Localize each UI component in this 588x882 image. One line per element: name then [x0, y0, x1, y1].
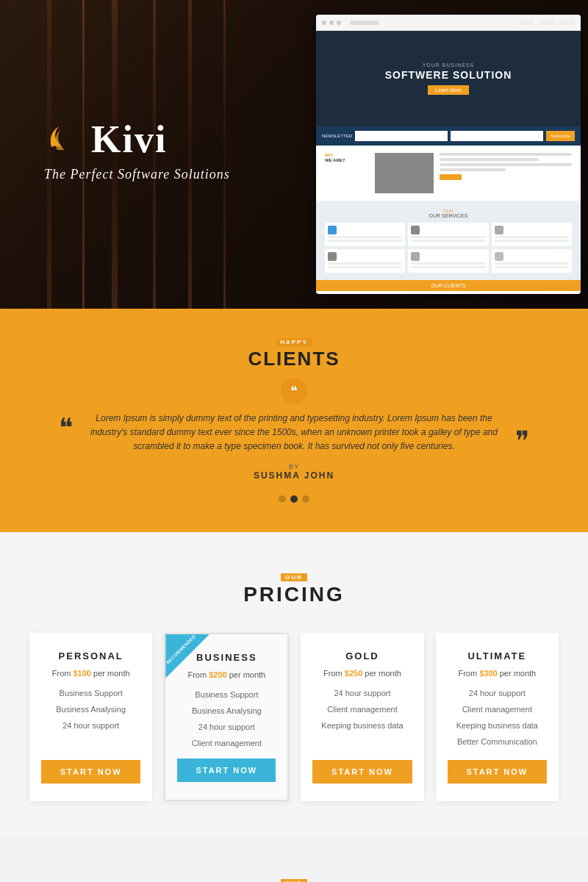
mockup-services-title: OUR OUR SERVICES — [325, 208, 572, 218]
mockup-services-section: OUR OUR SERVICES — [316, 201, 581, 280]
pricing-badge: OUR — [281, 573, 307, 581]
brand-logo: Kivi — [44, 118, 230, 161]
features-gold: 24 hour support Client management Keepin… — [312, 685, 412, 734]
mockup-services-grid — [325, 223, 572, 273]
nav-dot-2 — [329, 21, 334, 25]
brand-tagline: The Perfect Software Solutions — [44, 167, 230, 182]
mockup-hero-button[interactable]: Learn More — [428, 85, 469, 95]
feature-item: Client management — [312, 701, 412, 717]
mockup-hero-title: SOFTWERE SOLUTION — [385, 69, 512, 81]
mockup-nav — [316, 15, 581, 31]
team-badge: OUR — [281, 879, 307, 882]
plan-name-personal: PERSONAL — [41, 650, 140, 662]
brand-logo-icon — [44, 119, 88, 159]
price-business: From $200 per month — [177, 670, 276, 679]
pricing-section: OUR PRICING PERSONAL From $100 per month… — [0, 532, 588, 838]
author-name: SUSHMA JOHN — [59, 470, 529, 481]
mockup-subtitle: YOUR BUSINESS — [423, 62, 475, 68]
feature-item: Business Support — [41, 685, 140, 701]
testimonial-text: Lorem Ipsum is simply dummy text of the … — [80, 412, 508, 454]
mockup-service-5 — [408, 249, 488, 273]
plan-name-business: BUSINESS — [177, 652, 276, 663]
pricing-card-personal: PERSONAL From $100 per month Business Su… — [29, 633, 152, 801]
pricing-card-ultimate: ULTIMATE From $300 per month 24 hour sup… — [436, 633, 559, 801]
plan-name-gold: GOLD — [312, 650, 412, 662]
testimonial-area: ❝ Lorem Ipsum is simply dummy text of th… — [59, 412, 529, 454]
feature-item: Keeping business data — [448, 717, 547, 734]
mockup-service-3 — [492, 223, 572, 246]
nav-dot-1 — [322, 21, 326, 25]
feature-item: Keeping business data — [312, 717, 412, 734]
mockup-newsletter-label: NEWSLETTER — [322, 131, 352, 141]
start-now-button-personal[interactable]: START NOW — [41, 760, 140, 784]
feature-item: 24 hour support — [448, 685, 547, 701]
mockup-clients-bar: OUR CLIENTS — [316, 280, 581, 291]
nav-dot-3[interactable] — [302, 495, 309, 503]
start-now-button-gold[interactable]: START NOW — [312, 760, 412, 784]
feature-item: Business Support — [177, 686, 276, 703]
clients-title: CLIENTS — [248, 348, 340, 370]
price-gold: From $250 per month — [312, 669, 412, 678]
mockup-who-section: WHY WE ARE? — [316, 146, 581, 201]
features-business: Business Support Business Analysing 24 h… — [177, 686, 276, 751]
pricing-title: PRICING — [29, 583, 559, 606]
mockup-window: YOUR BUSINESS SOFTWERE SOLUTION Learn Mo… — [316, 15, 581, 294]
pricing-card-business: RECOMMENDED BUSINESS From $200 per month… — [164, 633, 289, 801]
mockup-service-2 — [408, 223, 488, 246]
feature-item: Client management — [448, 701, 547, 717]
mockup-who-image — [375, 153, 434, 193]
team-section: OUR TEAM — [0, 838, 588, 882]
price-personal: From $100 per month — [41, 669, 140, 678]
feature-item: 24 hour support — [312, 685, 412, 701]
quote-left-icon: ❝ — [59, 415, 73, 441]
testimonial-nav-dots — [59, 495, 529, 503]
feature-item: Business Analysing — [177, 703, 276, 719]
brand-name-text: Kivi — [91, 118, 167, 161]
clients-section: HAPPY CLIENTS ❝ ❝ Lorem Ipsum is simply … — [0, 309, 588, 532]
mockup-service-1 — [325, 223, 405, 246]
mockup-newsletter-btn[interactable]: Subscribe — [546, 131, 575, 141]
mockup-service-4 — [325, 249, 405, 273]
price-amount-personal: $100 — [73, 669, 90, 678]
nav-dot-3 — [337, 21, 341, 25]
feature-item: Business Analysing — [41, 701, 140, 717]
mockup-newsletter-input[interactable] — [355, 131, 448, 141]
mockup-newsletter-input-2[interactable] — [451, 131, 543, 141]
feature-item: Better Communication — [448, 734, 547, 750]
pricing-card-gold: GOLD From $250 per month 24 hour support… — [301, 633, 423, 801]
happy-badge: HAPPY — [276, 338, 312, 346]
quote-marks-icon: ❝ — [290, 383, 298, 399]
clients-label-wrap: HAPPY CLIENTS — [59, 338, 529, 370]
team-header: OUR TEAM — [29, 875, 559, 882]
start-now-button-business[interactable]: START NOW — [177, 759, 276, 782]
mockup-hero-area: YOUR BUSINESS SOFTWERE SOLUTION Learn Mo… — [316, 31, 581, 126]
quote-icon-circle: ❝ — [281, 378, 307, 404]
nav-dot-2[interactable] — [290, 495, 298, 503]
quote-right-icon: ❞ — [515, 428, 529, 454]
price-amount-gold: $250 — [345, 669, 362, 678]
feature-item: 24 hour support — [177, 719, 276, 735]
plan-name-ultimate: ULTIMATE — [448, 650, 547, 662]
feature-item: Client management — [177, 735, 276, 751]
mockup-newsletter: NEWSLETTER Subscribe — [316, 126, 581, 146]
start-now-button-ultimate[interactable]: START NOW — [448, 760, 547, 784]
price-ultimate: From $300 per month — [448, 669, 547, 678]
price-amount-business: $200 — [209, 670, 226, 679]
pricing-header: OUR PRICING — [29, 569, 559, 606]
mockup-who-text — [440, 153, 572, 193]
pricing-cards: PERSONAL From $100 per month Business Su… — [29, 633, 559, 801]
nav-dot-1[interactable] — [279, 495, 286, 503]
features-ultimate: 24 hour support Client management Keepin… — [448, 685, 547, 750]
hero-brand: Kivi The Perfect Software Solutions — [44, 118, 230, 182]
author-prefix: BY — [59, 463, 529, 470]
mockup-clients-text: OUR CLIENTS — [325, 283, 572, 288]
hero-section: Kivi The Perfect Software Solutions YOUR… — [0, 0, 588, 309]
mockup-service-6 — [492, 249, 572, 273]
testimonial-author: BY SUSHMA JOHN — [59, 463, 529, 481]
features-personal: Business Support Business Analysing 24 h… — [41, 685, 140, 734]
price-amount-ultimate: $300 — [479, 669, 497, 678]
feature-item: 24 hour support — [41, 717, 140, 734]
